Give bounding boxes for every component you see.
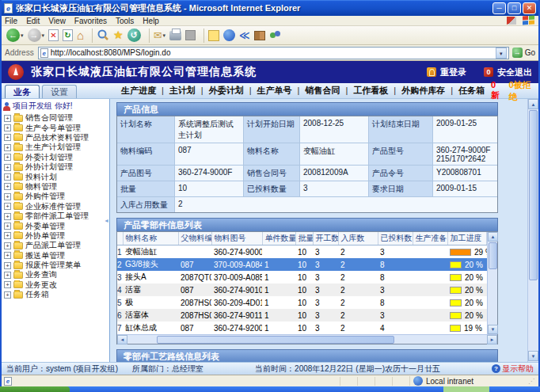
tree-item[interactable]: + 外委计划管理	[4, 153, 109, 162]
history-button[interactable]: ↺	[127, 29, 141, 42]
tree-item[interactable]: + 业务查询	[4, 270, 109, 280]
nav-item[interactable]: 工作看板	[340, 85, 388, 97]
expand-icon[interactable]: +	[4, 164, 11, 171]
tree-item[interactable]: + 外协计划管理	[4, 162, 109, 172]
column-header[interactable]: 批量	[295, 232, 313, 245]
tree-item[interactable]: + 销售合同管理	[4, 113, 109, 123]
expand-icon[interactable]: +	[4, 144, 11, 151]
expand-icon[interactable]: +	[4, 272, 11, 279]
go-button[interactable]: →Go	[512, 48, 535, 58]
expand-icon[interactable]: +	[4, 281, 11, 288]
research-button[interactable]	[254, 31, 265, 40]
tree-item[interactable]: + 外购件管理	[4, 192, 109, 201]
tree-item[interactable]: + 产品技术资料管理	[4, 133, 109, 143]
table-row[interactable]: 1 变幅油缸 360-274-9000F 10 3 2 3	[117, 245, 487, 259]
column-header[interactable]: 生产准备	[413, 232, 447, 245]
expand-icon[interactable]: +	[4, 193, 11, 200]
splitter-collapse-icon[interactable]: ◄	[104, 218, 109, 223]
scroll-down-icon[interactable]: ▼	[488, 325, 498, 334]
parts-horizontal-scrollbar[interactable]: ◄ ►	[117, 334, 497, 344]
windows-taskbar[interactable]	[0, 386, 540, 392]
tree-item[interactable]: + 产品派工单管理	[4, 241, 109, 250]
table-row[interactable]: 5 极 2087HS002 360-209-4D010 1 10 3 2 8	[117, 296, 487, 309]
tree-item[interactable]: + 企业标准件管理	[4, 202, 109, 211]
expand-icon[interactable]: +	[4, 232, 11, 239]
expand-icon[interactable]: +	[4, 134, 11, 141]
menu-view[interactable]: View	[48, 17, 66, 25]
expand-icon[interactable]: +	[4, 124, 11, 131]
tab-settings[interactable]: 设置	[42, 85, 77, 98]
search-button[interactable]	[97, 29, 109, 42]
scroll-thumb[interactable]	[529, 110, 538, 280]
scroll-right-icon[interactable]: ►	[487, 335, 497, 344]
expand-icon[interactable]: +	[4, 223, 11, 230]
expand-icon[interactable]: +	[4, 203, 11, 210]
table-row[interactable]: 4 活塞 087 360-274-9010F 1 10 3 2 3	[117, 284, 487, 296]
expand-icon[interactable]: +	[4, 262, 11, 269]
close-button[interactable]: ✕	[523, 2, 536, 14]
expand-icon[interactable]: +	[4, 183, 11, 190]
expand-icon[interactable]: +	[4, 252, 11, 259]
stop-button[interactable]: ✕	[48, 29, 59, 41]
address-dropdown-icon[interactable]: ▾	[496, 48, 507, 59]
title-bar[interactable]: e 张家口长城液压油缸有限公司管理信息系统 - Microsoft Intern…	[2, 0, 538, 16]
tab-business[interactable]: 业务	[5, 85, 40, 98]
mail-button[interactable]: ✉▾	[154, 29, 165, 41]
column-header[interactable]: 加工进度	[447, 232, 487, 245]
parts-vertical-scrollbar[interactable]: ▲ ▼	[487, 232, 497, 334]
scroll-thumb[interactable]	[157, 336, 394, 344]
table-row[interactable]: 6 活塞体 2087HS002 360-274-9011W 1 10 3 2 3	[117, 309, 487, 322]
menu-edit[interactable]: Edit	[26, 17, 40, 25]
relogin-button[interactable]: 重登录	[427, 67, 466, 78]
back-dropdown-icon[interactable]: ▾	[21, 32, 24, 39]
scroll-up-icon[interactable]: ▲	[528, 99, 538, 109]
column-header[interactable]: 入库数	[338, 232, 378, 245]
tree-item[interactable]: + 外协单管理	[4, 231, 109, 241]
back-button[interactable]: ←▾	[6, 29, 24, 42]
home-button[interactable]: ⌂	[77, 29, 84, 41]
nav-item[interactable]: 生产单号	[244, 85, 292, 97]
resize-grip[interactable]: ⋰	[528, 378, 536, 385]
show-help-link[interactable]: ?显示帮助	[492, 363, 534, 375]
expand-icon[interactable]: +	[4, 291, 11, 299]
messenger-button[interactable]	[223, 29, 235, 41]
menu-help[interactable]: Help	[143, 17, 159, 25]
refresh-button[interactable]: ↻	[63, 29, 73, 41]
minimize-button[interactable]: ─	[492, 2, 506, 14]
tree-item[interactable]: + 任务箱	[4, 290, 109, 299]
notes-button[interactable]	[208, 30, 219, 41]
nav-item[interactable]: 任务箱	[445, 85, 485, 97]
menu-favorites[interactable]: Favorites	[74, 17, 107, 25]
contacts-button[interactable]	[269, 30, 282, 41]
scroll-up-icon[interactable]: ▲	[488, 232, 498, 242]
taskbar-window-button[interactable]	[443, 386, 489, 392]
tree-item[interactable]: + 零部件派工单管理	[4, 211, 109, 221]
logout-button[interactable]: 0安全退出	[484, 67, 532, 78]
expand-icon[interactable]: +	[4, 115, 11, 122]
scroll-thumb[interactable]	[489, 242, 497, 269]
print-button[interactable]	[169, 31, 181, 40]
forward-button[interactable]: →▾	[28, 29, 45, 42]
expand-icon[interactable]: +	[4, 242, 11, 249]
expand-icon[interactable]: +	[4, 213, 11, 220]
tree-item[interactable]: + 物料管理	[4, 182, 109, 192]
tree-item[interactable]: + 投料计划	[4, 172, 109, 181]
expand-icon[interactable]: +	[4, 154, 11, 161]
tree-item[interactable]: + 主生产计划管理	[4, 143, 109, 152]
favorites-button[interactable]: ★	[113, 29, 124, 41]
address-input[interactable]	[51, 48, 496, 58]
tree-item[interactable]: + 报废件管理菜单	[4, 261, 109, 270]
column-header[interactable]: 物料图号	[211, 232, 262, 245]
expand-icon[interactable]: +	[4, 173, 11, 181]
nav-item[interactable]: 主计划	[156, 85, 196, 97]
nav-item[interactable]: 生产进度	[121, 85, 156, 97]
maximize-button[interactable]: □	[508, 2, 521, 14]
mail-dropdown-icon[interactable]: ▾	[163, 32, 166, 39]
menu-file[interactable]: File	[5, 17, 17, 25]
page-vertical-scrollbar[interactable]: ▲ ▼	[527, 99, 538, 362]
nav-item[interactable]: 外购件库存	[388, 85, 445, 97]
table-row[interactable]: 2 G3/8接头 087 370-009-A0840 1 10 3 2 8	[117, 258, 487, 271]
menu-tools[interactable]: Tools	[116, 17, 134, 25]
column-header[interactable]: 开工数	[313, 232, 338, 245]
scroll-down-icon[interactable]: ▼	[528, 351, 538, 361]
